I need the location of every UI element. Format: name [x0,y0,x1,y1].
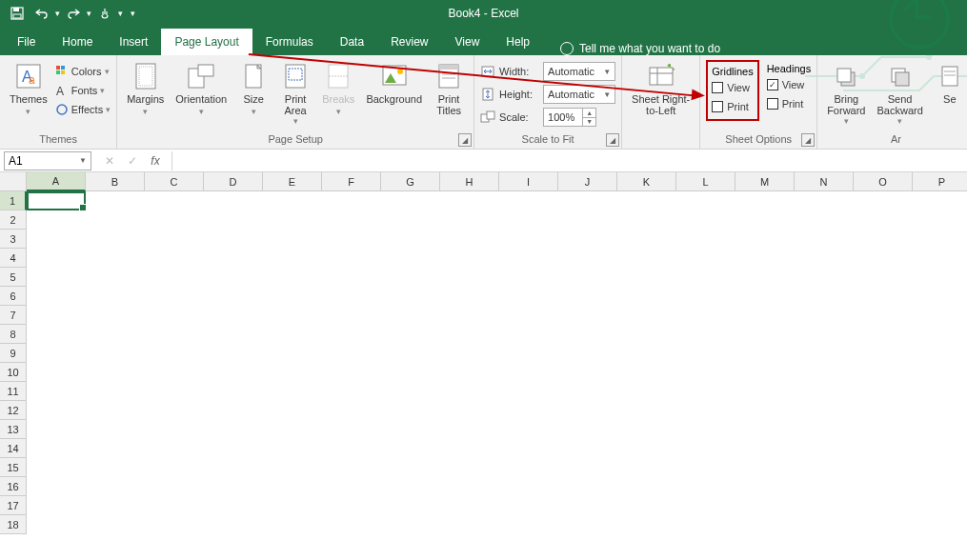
row-header-9[interactable]: 9 [0,344,27,363]
row-header-5[interactable]: 5 [0,268,27,287]
col-header-E[interactable]: E [263,172,322,191]
group-arrange: Bring Forward▾ Send Backward▾ Se Ar [817,55,967,149]
col-header-L[interactable]: L [676,172,735,191]
row-header-16[interactable]: 16 [0,477,27,496]
tell-me-label: Tell me what you want to do [579,42,720,55]
col-header-H[interactable]: H [440,172,499,191]
cells-area[interactable] [27,191,967,560]
select-all-corner[interactable] [0,172,27,191]
headings-view-checkbox[interactable]: ✓View [767,76,811,93]
page-setup-launcher[interactable]: ◢ [458,133,472,147]
col-header-F[interactable]: F [322,172,381,191]
row-header-6[interactable]: 6 [0,287,27,306]
enter-formula-button[interactable]: ✓ [124,152,141,170]
fx-button[interactable]: fx [147,152,164,170]
headings-print-checkbox[interactable]: Print [767,95,811,112]
row-header-18[interactable]: 18 [0,515,27,534]
col-header-C[interactable]: C [145,172,204,191]
tell-me-search[interactable]: Tell me what you want to do [560,42,720,55]
svg-rect-2 [13,14,21,18]
redo-dropdown[interactable]: ▾ [87,9,91,18]
tab-file[interactable]: File [4,29,49,55]
row-header-7[interactable]: 7 [0,306,27,325]
themes-button[interactable]: Aa Themes▾ [6,59,51,119]
active-cell-a1[interactable] [27,191,86,210]
cancel-formula-button[interactable]: ✕ [101,152,118,170]
selection-pane-button[interactable]: Se [931,59,967,107]
col-header-I[interactable]: I [499,172,558,191]
gridlines-print-checkbox[interactable]: Print [712,98,753,115]
scale-up[interactable]: ▲ [583,109,595,118]
print-area-button[interactable]: Print Area▾ [276,59,314,128]
row-header-12[interactable]: 12 [0,401,27,420]
print-titles-button[interactable]: Print Titles [430,59,468,118]
sheet-options-launcher[interactable]: ◢ [801,133,815,147]
tab-insert[interactable]: Insert [106,29,161,55]
worksheet-grid[interactable]: ABCDEFGHIJKLMNOP 12345678910111213141516… [0,172,967,560]
col-header-B[interactable]: B [86,172,145,191]
col-header-G[interactable]: G [381,172,440,191]
undo-dropdown[interactable]: ▾ [55,9,60,18]
group-page-setup: Margins▾ Orientation▾ Size▾ Print Area▾ … [117,55,474,149]
scale-label: Scale: [499,111,539,123]
scale-down[interactable]: ▼ [583,118,595,127]
bring-forward-button[interactable]: Bring Forward▾ [823,59,869,128]
tab-formulas[interactable]: Formulas [252,29,327,55]
row-header-3[interactable]: 3 [0,230,27,249]
tab-page-layout[interactable]: Page Layout [161,29,252,55]
height-combo[interactable]: Automatic▼ [543,85,615,104]
name-box[interactable]: A1▼ [4,151,91,170]
col-header-A[interactable]: A [27,172,86,191]
group-label-themes: Themes [6,131,111,149]
row-header-8[interactable]: 8 [0,325,27,344]
row-header-17[interactable]: 17 [0,496,27,515]
scale-spinner[interactable]: 100%▲▼ [543,108,596,127]
background-button[interactable]: Background [362,59,426,107]
row-header-10[interactable]: 10 [0,363,27,382]
effects-button[interactable]: Effects ▾ [55,101,111,118]
group-label-sheet-options: Sheet Options [706,131,811,149]
formula-input[interactable] [171,151,967,170]
width-label: Width: [499,66,539,77]
send-backward-button[interactable]: Send Backward▾ [873,59,926,128]
col-header-J[interactable]: J [558,172,617,191]
save-button[interactable] [6,2,29,25]
orientation-button[interactable]: Orientation▾ [171,59,231,119]
row-header-4[interactable]: 4 [0,249,27,268]
col-header-N[interactable]: N [795,172,854,191]
breaks-button[interactable]: Breaks▾ [318,59,358,119]
row-header-1[interactable]: 1 [0,191,27,210]
row-header-15[interactable]: 15 [0,458,27,477]
touch-dropdown[interactable]: ▾ [118,9,123,18]
row-header-2[interactable]: 2 [0,210,27,230]
fonts-button[interactable]: AFonts ▾ [55,82,111,99]
tab-home[interactable]: Home [49,29,106,55]
col-header-O[interactable]: O [854,172,913,191]
size-button[interactable]: Size▾ [234,59,272,119]
colors-label: Colors [71,66,102,77]
width-combo[interactable]: Automatic▼ [543,62,615,81]
tab-view[interactable]: View [442,29,494,55]
col-header-M[interactable]: M [735,172,795,191]
margins-button[interactable]: Margins▾ [123,59,168,119]
touch-mode-button[interactable] [93,2,116,25]
col-header-K[interactable]: K [617,172,676,191]
tab-help[interactable]: Help [493,29,543,55]
scale-launcher[interactable]: ◢ [606,133,619,147]
gridlines-view-checkbox[interactable]: View [712,79,753,96]
sheet-rtl-button[interactable]: Sheet Right- to-Left [628,59,694,118]
redo-button[interactable] [62,2,85,25]
gridlines-header: Gridlines [712,66,753,77]
col-header-D[interactable]: D [204,172,263,191]
colors-button[interactable]: Colors ▾ [55,63,111,80]
tab-data[interactable]: Data [327,29,377,55]
tab-review[interactable]: Review [377,29,441,55]
svg-rect-1 [13,8,19,11]
row-header-13[interactable]: 13 [0,420,27,439]
row-header-14[interactable]: 14 [0,439,27,458]
row-header-11[interactable]: 11 [0,382,27,401]
col-header-P[interactable]: P [913,172,967,191]
undo-button[interactable] [30,2,53,25]
qat-customize-dropdown[interactable]: ▾ [131,9,135,18]
effects-label: Effects [71,104,103,115]
